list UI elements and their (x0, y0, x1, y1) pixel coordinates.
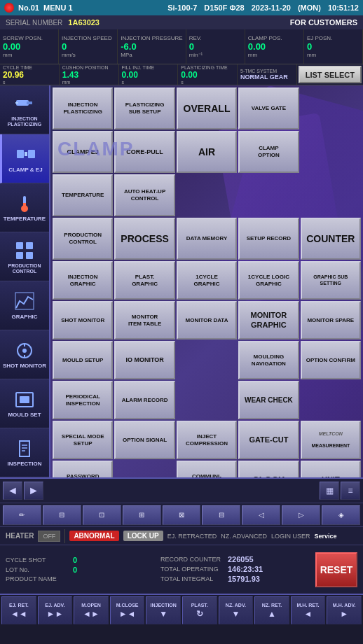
injection-plasticizing-btn[interactable]: INJECTIONPLASTICIZING (53, 88, 113, 130)
tab-plast-top: PLAST. (191, 603, 208, 608)
table-btn[interactable]: ⊟ (43, 505, 81, 525)
monitor-graphic-btn[interactable]: MONITORGRAPHIC (238, 301, 299, 340)
svg-rect-2 (15, 102, 18, 104)
injection-pressure-metric: INJECTION PRESSURE -6.0 MPa (118, 29, 186, 64)
svg-rect-10 (26, 242, 33, 249)
abnormal-badge[interactable]: ABNORMAL (69, 531, 118, 541)
temp-func-btn[interactable]: ⊠ (163, 505, 201, 525)
reset-button[interactable]: RESET (315, 552, 357, 587)
option-confirm-btn[interactable]: OPTION CONFIRM (301, 341, 361, 379)
valve-gate-btn[interactable]: VALVE GATE (238, 88, 299, 130)
monitor-item-table-btn[interactable]: MONITORITEM TABLE (114, 301, 174, 340)
password-language-btn[interactable]: PASSWORDLANGUAGE (53, 461, 113, 477)
1cycle-logic-graphic-btn[interactable]: 1CYCLE LOGICGRAPHIC (238, 261, 299, 300)
tab-ej-ret[interactable]: EJ. RET. ◄◄ (1, 596, 36, 624)
meltcon-measurement-btn[interactable]: meltconMEASUREMENT (301, 421, 361, 459)
mould-func-btn[interactable]: ◈ (322, 505, 360, 525)
clamp-ej-btn[interactable]: CLAMP EJ (53, 131, 113, 173)
unit-btn[interactable]: UNIT (301, 461, 361, 477)
func-row: ✏ ⊟ ⊡ ⊞ ⊠ ⊟ ◁ ▷ ◈ (0, 503, 363, 526)
monitor-func-btn[interactable]: ▷ (282, 505, 320, 525)
plast-graphic-btn[interactable]: PLAST.GRAPHIC (114, 261, 174, 300)
injection-icon (13, 92, 36, 115)
1cycle-graphic-btn[interactable]: 1CYCLEGRAPHIC (177, 261, 237, 300)
temperature-btn[interactable]: TEMPERATURE (53, 174, 113, 216)
sidebar-item-temperature[interactable]: TEMPERATURE (0, 183, 49, 232)
grid-view-btn[interactable]: ▦ (320, 482, 339, 500)
empty-1 (301, 88, 361, 130)
prod-func-btn[interactable]: ⊟ (202, 505, 240, 525)
menu-label: MENU 1 (43, 4, 73, 12)
overall-btn[interactable]: OVERALL (177, 88, 237, 130)
process-btn[interactable]: PROCESS (114, 218, 174, 260)
prev-btn[interactable]: ◄ (3, 482, 22, 500)
setup-record-btn[interactable]: SETUP RECORD (238, 218, 299, 260)
gate-cut-btn[interactable]: GATE-CUT (238, 421, 299, 459)
sidebar-item-inspection[interactable]: INSPECTION (0, 428, 49, 477)
lot-no-label: LOT No. (6, 566, 69, 573)
next-btn[interactable]: ► (24, 482, 43, 500)
shot-monitor-btn[interactable]: SHOT MONITOR (53, 301, 113, 340)
io-monitor-btn[interactable]: IO MONITOR (114, 341, 174, 379)
temperature-icon (13, 192, 36, 215)
monitor-data-btn[interactable]: MONITOR DATA (177, 301, 237, 340)
option-signal-btn[interactable]: OPTION SIGNAL (114, 421, 174, 459)
heater-toggle[interactable]: OFF (38, 531, 60, 542)
sidebar-item-shot-monitor[interactable]: SHOT MONITOR (0, 330, 49, 379)
alarm-record-btn[interactable]: ALARM RECORD (114, 381, 174, 419)
record-counter-label: RECORD COUNTER (160, 556, 224, 563)
data-memory-btn[interactable]: DATA MEMORY (177, 218, 237, 260)
tab-plast[interactable]: PLAST. ↻ (182, 596, 217, 624)
tab-m-h-ret[interactable]: M.H. RET. ◄ (291, 596, 326, 624)
serial-bar: SERIAL NUMBER 1A63023 FOR CUSTOMERS (0, 15, 363, 29)
graphic-sub-setting-btn[interactable]: GRAPHIC SUBSETTING (301, 261, 361, 300)
production-control-btn[interactable]: PRODUCTIONCONTROL (53, 218, 113, 260)
sidebar-item-mould[interactable]: MOULD SET (0, 379, 49, 428)
counter-btn[interactable]: COUNTER (301, 218, 361, 260)
svg-rect-4 (28, 150, 35, 158)
communication-port-btn[interactable]: COMMUNI-CATION PORT (177, 461, 237, 477)
sidebar-item-clamp[interactable]: CLAMP & EJ (0, 134, 49, 183)
list-view-btn[interactable]: ≡ (341, 482, 360, 500)
tab-nz-ret[interactable]: NZ. RET. ▲ (254, 596, 289, 624)
ej-posn-metric: EJ POSN. 0 mm (304, 29, 363, 64)
core-pull-btn[interactable]: CORE-PULL (114, 131, 174, 173)
tab-m-h-ret-icon: ◄ (304, 609, 313, 619)
plasticizing-sub-setup-btn[interactable]: PLASTICIZINGSUB SETUP (114, 88, 174, 130)
tab-ej-adv[interactable]: EJ. ADV. ►► (38, 596, 73, 624)
sidebar-item-production[interactable]: PRODUCTIONCONTROL (0, 232, 49, 281)
machine-number: No.01 (18, 4, 39, 12)
tab-injection[interactable]: INJECTION ▼ (146, 596, 181, 624)
moulding-navigation-btn[interactable]: MOULDINGNAVIGATION (238, 341, 299, 379)
mould-setup-btn[interactable]: MOULD SETUP (53, 341, 113, 379)
svg-rect-5 (25, 152, 27, 156)
special-mode-setup-btn[interactable]: SPECIAL MODESETUP (53, 421, 113, 459)
sidebar-item-injection[interactable]: INJECTIONPLASTICIZING (0, 85, 49, 134)
fill-inj-time-metric: FILL INJ. TIME 0.00 s (119, 64, 179, 85)
tmc-system-metric: 5-TMC SYSTEM NORMAL GEAR (238, 64, 297, 85)
air-btn[interactable]: AIR (177, 131, 237, 173)
lockup-badge[interactable]: LOCK UP (123, 531, 163, 541)
product-name-label: PRODUCT NAME (6, 575, 69, 582)
clamp-func-btn[interactable]: ⊞ (123, 505, 161, 525)
clamp-ej-icon (15, 144, 37, 166)
tab-m-close[interactable]: M.CLOSE ►◄ (110, 596, 145, 624)
bottom-tabs: EJ. RET. ◄◄ EJ. ADV. ►► M.OPEN ◄► M.CLOS… (0, 594, 363, 626)
monitor-spare-btn[interactable]: MONITOR SPARE (301, 301, 361, 340)
edit-btn[interactable]: ✏ (3, 505, 41, 525)
periodical-inspection-btn[interactable]: PERIODICALINSPECTION (53, 381, 113, 419)
tab-m-h-adv[interactable]: M.H. ADV. ► (327, 596, 362, 624)
cycle-info: CYCLE SHOT 0 LOT No. 0 PRODUCT NAME (6, 556, 155, 584)
clock-btn[interactable]: CLOCK (238, 461, 299, 477)
wear-check-btn[interactable]: WEAR CHECK (238, 381, 299, 419)
clamp-option-btn[interactable]: CLAMPOPTION (238, 131, 299, 173)
tab-nz-adv[interactable]: NZ. ADV. ▼ (219, 596, 254, 624)
tab-m-open[interactable]: M.OPEN ◄► (74, 596, 109, 624)
list-select-button[interactable]: LIST SELECT (299, 66, 362, 83)
auto-heat-up-btn[interactable]: AUTO HEAT-UPCONTROL (114, 174, 174, 216)
injection-func-btn[interactable]: ⊡ (83, 505, 121, 525)
graph-func-btn[interactable]: ◁ (242, 505, 280, 525)
inject-compression-btn[interactable]: INJECTCOMPRESSION (177, 421, 237, 459)
injection-graphic-btn[interactable]: INJECTIONGRAPHIC (53, 261, 113, 300)
sidebar-item-graphic[interactable]: GRAPHIC (0, 281, 49, 330)
